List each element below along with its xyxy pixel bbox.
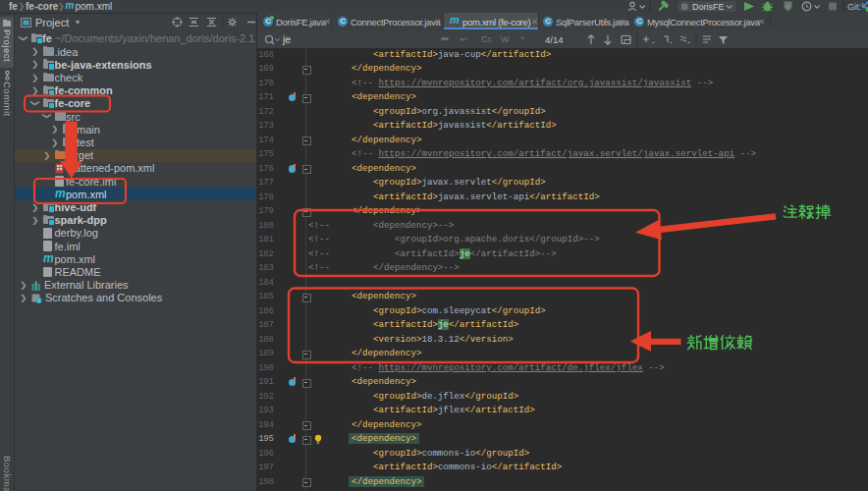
svg-text:DorisFE: DorisFE <box>692 2 725 12</box>
svg-text:i: i <box>38 298 39 303</box>
svg-text:Git:: Git: <box>847 2 861 12</box>
